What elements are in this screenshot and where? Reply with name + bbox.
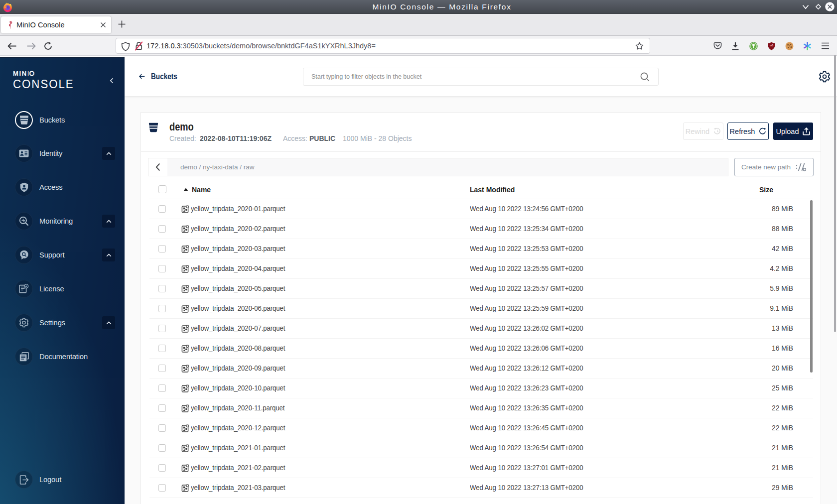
svg-text:u0: u0	[770, 43, 774, 47]
